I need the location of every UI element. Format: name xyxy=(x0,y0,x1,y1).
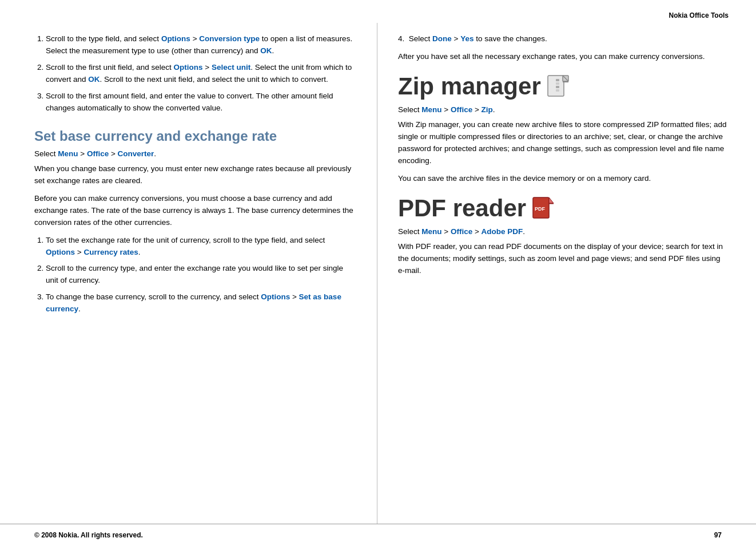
footer-copyright: © 2008 Nokia. All rights reserved. xyxy=(34,530,143,540)
text: . xyxy=(493,105,495,114)
list-item: Scroll to the first unit field, and sele… xyxy=(46,62,356,86)
options-link[interactable]: Options xyxy=(161,34,190,43)
text: > xyxy=(442,105,451,114)
text: . Scroll to the next unit field, and sel… xyxy=(100,75,328,84)
zip-manager-heading: Zip manager xyxy=(398,73,729,100)
section-heading-text: Set base currency and exchange rate xyxy=(34,128,277,144)
ok-link[interactable]: OK xyxy=(260,46,272,55)
select-unit-link[interactable]: Select unit xyxy=(212,63,250,72)
svg-text:PDF: PDF xyxy=(535,206,546,212)
list-item: Scroll to the type field, and select Opt… xyxy=(46,33,356,57)
svg-rect-10 xyxy=(549,203,554,204)
options-link[interactable]: Options xyxy=(46,248,75,256)
zip-para1: With Zip manager, you can create new arc… xyxy=(398,119,729,167)
text: To set the exchange rate for the unit of… xyxy=(46,236,325,244)
text: . xyxy=(272,46,274,55)
done-link[interactable]: Done xyxy=(432,34,452,43)
conversion-type-link[interactable]: Conversion type xyxy=(199,34,260,43)
content-area: Scroll to the type field, and select Opt… xyxy=(0,23,756,524)
text: . xyxy=(138,248,141,256)
menu-link[interactable]: Menu xyxy=(421,105,441,114)
office-link[interactable]: Office xyxy=(451,105,472,114)
office-link[interactable]: Office xyxy=(451,227,472,236)
base-currency-para1: When you change base currency, you must … xyxy=(34,163,356,187)
footer-page-number: 97 xyxy=(714,530,722,540)
menu-link[interactable]: Menu xyxy=(421,227,441,236)
text: Select xyxy=(34,149,58,158)
right-column: 4. Select Done > Yes to save the changes… xyxy=(377,23,756,524)
text: Select xyxy=(398,227,421,236)
text: Scroll to the type field, and select xyxy=(46,34,161,43)
svg-rect-0 xyxy=(548,76,564,96)
pdf-para1: With PDF reader, you can read PDF docume… xyxy=(398,241,729,277)
zip-para2: You can save the archive files in the de… xyxy=(398,173,729,185)
header: Nokia Office Tools xyxy=(0,0,756,23)
pdf-icon: PDF xyxy=(531,196,556,221)
svg-marker-9 xyxy=(549,197,554,203)
text: > xyxy=(78,149,87,158)
options-link[interactable]: Options xyxy=(261,292,290,301)
after-step4-para: After you have set all the necessary exc… xyxy=(398,51,729,63)
text: > xyxy=(190,34,199,43)
svg-rect-7 xyxy=(556,89,559,92)
zip-icon xyxy=(546,74,571,99)
step4-num: 4. Select xyxy=(398,34,432,43)
text: > xyxy=(442,227,451,236)
text: To change the base currency, scroll to t… xyxy=(46,292,261,301)
svg-rect-6 xyxy=(556,86,559,88)
text: . xyxy=(154,149,156,158)
footer: © 2008 Nokia. All rights reserved. 97 xyxy=(0,524,756,546)
pdf-select-line: Select Menu > Office > Adobe PDF. xyxy=(398,226,729,238)
adobe-pdf-link[interactable]: Adobe PDF xyxy=(482,227,523,236)
select-menu-converter: Select Menu > Office > Converter. xyxy=(34,148,356,160)
text: > xyxy=(203,63,212,72)
menu-link[interactable]: Menu xyxy=(58,149,78,158)
pdf-heading-text: PDF reader xyxy=(398,195,526,221)
yes-link[interactable]: Yes xyxy=(460,34,474,43)
left-column: Scroll to the type field, and select Opt… xyxy=(0,23,377,524)
zip-link[interactable]: Zip xyxy=(482,105,493,114)
svg-rect-4 xyxy=(556,79,559,81)
ok-link[interactable]: OK xyxy=(88,75,100,84)
list-2: To set the exchange rate for the unit of… xyxy=(34,235,356,316)
text: Scroll to the first unit field, and sele… xyxy=(46,63,174,72)
currency-rates-link[interactable]: Currency rates xyxy=(83,248,138,256)
text: > xyxy=(109,149,117,158)
text: > xyxy=(75,248,83,256)
list-item: To set the exchange rate for the unit of… xyxy=(46,235,356,259)
zip-heading-text: Zip manager xyxy=(398,73,541,100)
step4-text: 4. Select Done > Yes to save the changes… xyxy=(398,33,729,45)
text: Scroll to the currency type, and enter t… xyxy=(46,264,343,284)
header-title: Nokia Office Tools xyxy=(669,11,729,19)
list-1: Scroll to the type field, and select Opt… xyxy=(34,33,356,114)
text: . xyxy=(523,227,525,236)
page: Nokia Office Tools Scroll to the type fi… xyxy=(0,0,756,546)
text: > xyxy=(472,105,481,114)
options-link[interactable]: Options xyxy=(174,63,203,72)
section-heading-base-currency: Set base currency and exchange rate xyxy=(34,127,356,145)
pdf-reader-heading: PDF reader PDF xyxy=(398,195,729,221)
list-item: Scroll to the currency type, and enter t… xyxy=(46,263,356,287)
list-item: Scroll to the first amount field, and en… xyxy=(46,90,356,114)
text: > xyxy=(290,292,299,301)
svg-rect-5 xyxy=(556,82,559,85)
text: > xyxy=(452,34,460,43)
text: . xyxy=(78,304,81,313)
base-currency-para2: Before you can make currency conversions… xyxy=(34,193,356,229)
converter-link[interactable]: Converter xyxy=(118,149,154,158)
text: to save the changes. xyxy=(474,34,547,43)
list-item: To change the base currency, scroll to t… xyxy=(46,291,356,315)
text: > xyxy=(472,227,481,236)
zip-select-line: Select Menu > Office > Zip. xyxy=(398,104,729,116)
svg-rect-3 xyxy=(563,81,568,82)
text: Scroll to the first amount field, and en… xyxy=(46,92,333,112)
text: Select xyxy=(398,105,421,114)
office-link[interactable]: Office xyxy=(87,149,109,158)
